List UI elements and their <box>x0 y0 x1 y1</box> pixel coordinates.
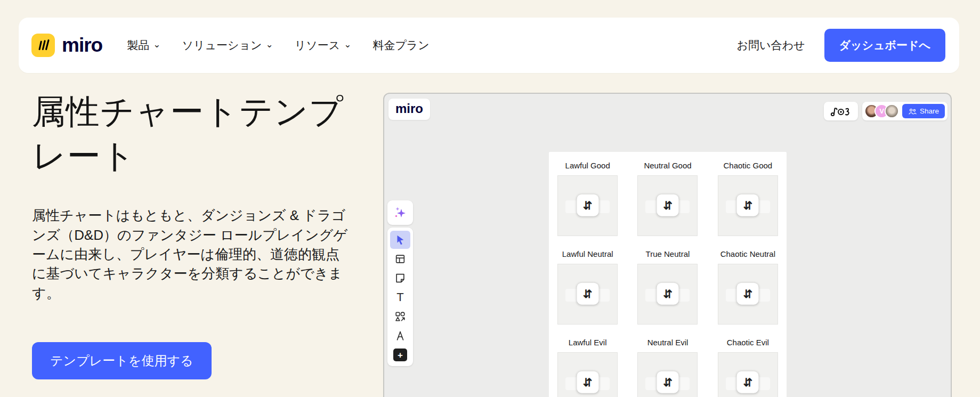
cursor-icon <box>394 234 406 246</box>
alignment-cell-canvas: ⇵ <box>718 352 778 397</box>
nav-item-pricing[interactable]: 料金プラン <box>372 38 429 53</box>
chevron-down-icon: ⌄ <box>265 39 273 50</box>
share-people-icon <box>908 108 917 115</box>
alignment-cell: Lawful Neutral ⇵ <box>557 249 618 325</box>
swap-image-button[interactable]: ⇵ <box>657 195 678 216</box>
alignment-cell-label: Lawful Good <box>565 161 610 170</box>
alignment-cell: Neutral Evil ⇵ <box>637 338 698 397</box>
sticky-note-icon <box>394 272 406 284</box>
board-topright-controls: V Share <box>824 102 947 120</box>
board-toolbar: T + <box>387 200 413 366</box>
miro-logo-icon <box>31 34 55 57</box>
page-title: 属性チャートテンプレート <box>32 90 344 178</box>
alignment-cell-label: Lawful Evil <box>569 338 607 347</box>
collaborators-pill: V Share <box>862 102 947 120</box>
nav-item-label: 料金プラン <box>372 38 429 53</box>
dashboard-button[interactable]: ダッシュボードへ <box>824 29 945 62</box>
alignment-chart-panel: Lawful Good ⇵ Neutral Good ⇵ Chaotic Goo… <box>549 152 787 397</box>
alignment-cell-canvas: ⇵ <box>557 264 618 325</box>
miro-logo[interactable]: miro <box>31 34 102 57</box>
alignment-cell-canvas: ⇵ <box>637 352 698 397</box>
swap-image-button[interactable]: ⇵ <box>577 371 598 393</box>
shapes-tool-button[interactable] <box>390 307 410 326</box>
alignment-cell: Chaotic Neutral ⇵ <box>718 249 778 325</box>
alignment-cell-canvas: ⇵ <box>557 352 618 397</box>
template-description: 属性チャートはもともと、ダンジョンズ & ドラゴンズ（D&D）のファンタジー ロ… <box>32 206 352 303</box>
swap-arrows-icon: ⇵ <box>663 199 673 212</box>
frames-tool-button[interactable] <box>390 250 410 268</box>
alignment-cell: Chaotic Good ⇵ <box>718 161 778 236</box>
nav-item-resources[interactable]: リソース ⌄ <box>295 38 352 53</box>
alignment-cell-canvas: ⇵ <box>557 175 618 236</box>
nav-item-label: リソース <box>295 38 340 53</box>
use-template-button[interactable]: テンプレートを使用する <box>32 342 212 379</box>
frame-icon <box>394 253 406 265</box>
swap-arrows-icon: ⇵ <box>743 199 753 212</box>
contact-link[interactable]: お問い合わせ <box>737 38 805 53</box>
sticky-note-tool-button[interactable] <box>390 269 410 287</box>
alignment-cell: True Neutral ⇵ <box>637 249 698 325</box>
nav-item-label: ソリューション <box>182 38 262 53</box>
swap-image-button[interactable]: ⇵ <box>577 283 598 305</box>
swap-image-button[interactable]: ⇵ <box>737 195 759 216</box>
share-button[interactable]: Share <box>902 104 945 118</box>
swap-image-button[interactable]: ⇵ <box>737 371 759 393</box>
swap-arrows-icon: ⇵ <box>663 287 673 300</box>
swap-arrows-icon: ⇵ <box>663 376 673 388</box>
alignment-cell: Chaotic Evil ⇵ <box>718 338 778 397</box>
main-nav: 製品 ⌄ ソリューション ⌄ リソース ⌄ 料金プラン <box>127 38 430 53</box>
swap-image-button[interactable]: ⇵ <box>657 283 678 305</box>
sparkles-icon <box>393 206 407 220</box>
alignment-cell: Neutral Good ⇵ <box>637 161 698 236</box>
select-tool-button[interactable] <box>390 231 410 249</box>
alignment-cell-label: Chaotic Good <box>723 161 772 170</box>
miro-logo-strokes <box>35 37 51 53</box>
avatar-stack: V <box>864 104 899 118</box>
alignment-cell-label: Lawful Neutral <box>562 249 613 258</box>
shapes-icon <box>394 311 406 322</box>
chevron-down-icon: ⌄ <box>344 39 351 50</box>
alignment-cell-canvas: ⇵ <box>637 175 698 236</box>
alignment-cell-canvas: ⇵ <box>637 264 698 325</box>
hero-section: 属性チャートテンプレート 属性チャートはもともと、ダンジョンズ & ドラゴンズ（… <box>32 90 360 379</box>
alignment-cell-label: Chaotic Neutral <box>720 249 775 258</box>
share-button-label: Share <box>920 107 939 115</box>
plus-icon: + <box>398 351 403 360</box>
swap-arrows-icon: ⇵ <box>743 287 753 300</box>
pen-icon <box>394 330 406 342</box>
alignment-cell-canvas: ⇵ <box>718 264 778 325</box>
alignment-cell: Lawful Good ⇵ <box>557 161 618 236</box>
swap-arrows-icon: ⇵ <box>583 199 593 212</box>
swap-image-button[interactable]: ⇵ <box>737 283 759 305</box>
nav-item-label: 製品 <box>127 38 149 53</box>
chevron-down-icon: ⌄ <box>153 39 160 50</box>
alignment-cell-label: Neutral Good <box>644 161 691 170</box>
doodle-icon <box>829 105 853 118</box>
pen-tool-button[interactable] <box>390 327 410 345</box>
nav-item-products[interactable]: 製品 ⌄ <box>127 38 160 53</box>
board-miro-badge[interactable]: miro <box>388 99 430 120</box>
swap-arrows-icon: ⇵ <box>583 376 593 388</box>
add-tools-button[interactable]: + <box>393 349 407 361</box>
text-tool-button[interactable]: T <box>390 288 410 306</box>
doodle-reaction-pill[interactable] <box>824 102 858 120</box>
avatar-initial: V <box>879 107 884 115</box>
tool-pill: T + <box>387 228 413 366</box>
site-header: miro 製品 ⌄ ソリューション ⌄ リソース ⌄ 料金プラン お問い合わせ … <box>19 18 959 73</box>
swap-arrows-icon: ⇵ <box>583 287 593 300</box>
avatar[interactable] <box>885 104 899 118</box>
swap-image-button[interactable]: ⇵ <box>577 195 598 216</box>
swap-arrows-icon: ⇵ <box>743 376 753 388</box>
miro-board-preview[interactable]: miro V <box>383 93 952 397</box>
alignment-cell-canvas: ⇵ <box>718 175 778 236</box>
nav-item-solutions[interactable]: ソリューション ⌄ <box>182 38 273 53</box>
ai-assistant-button[interactable] <box>387 200 413 225</box>
alignment-cell-label: Neutral Evil <box>647 338 689 347</box>
alignment-cell-label: Chaotic Evil <box>727 338 769 347</box>
alignment-cell: Lawful Evil ⇵ <box>557 338 618 397</box>
text-tool-icon: T <box>396 291 403 303</box>
swap-image-button[interactable]: ⇵ <box>657 371 678 393</box>
miro-wordmark: miro <box>62 34 102 56</box>
alignment-cell-label: True Neutral <box>646 249 690 258</box>
